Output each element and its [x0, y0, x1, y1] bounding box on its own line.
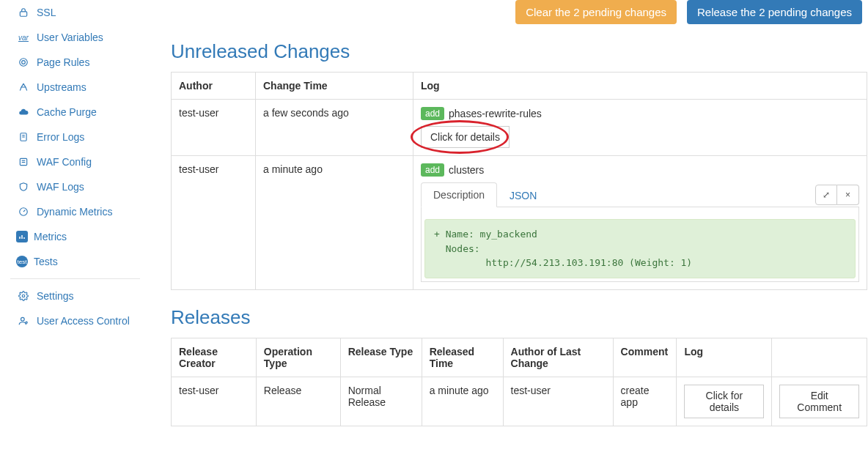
sidebar-item-waf-logs[interactable]: WAF Logs [0, 174, 150, 199]
cell-author: test-user [172, 100, 256, 156]
tab-content: + Name: my_backend Nodes: http://54.213.… [421, 207, 859, 282]
target-icon [16, 56, 31, 68]
cell-log: add clusters Description JSON ⤢ [413, 156, 867, 290]
sidebar-item-tests[interactable]: test Tests [0, 249, 150, 274]
cell-actions: Edit Comment [772, 377, 867, 426]
releases-table: Release Creator Operation Type Release T… [171, 338, 867, 426]
col-author: Author [172, 73, 256, 100]
document-icon [16, 131, 31, 143]
col-comment: Comment [613, 338, 677, 377]
expand-button[interactable]: ⤢ [815, 185, 837, 205]
col-last-author: Author of Last Change [503, 338, 613, 377]
unreleased-title: Unreleased Changes [171, 40, 868, 63]
diff-codeblock: + Name: my_backend Nodes: http://54.213.… [424, 219, 856, 278]
sidebar-item-upstreams[interactable]: Upstreams [0, 75, 150, 100]
col-change-time: Change Time [256, 73, 413, 100]
cell-reltime: a minute ago [422, 377, 503, 426]
svg-rect-0 [20, 12, 26, 16]
sidebar-item-page-rules[interactable]: Page Rules [0, 50, 150, 75]
sidebar-separator [10, 278, 140, 279]
expand-icon: ⤢ [823, 190, 830, 200]
sidebar-item-metrics[interactable]: Metrics [0, 224, 150, 249]
gauge-icon [16, 206, 31, 218]
sidebar-item-label: Settings [37, 290, 74, 302]
svg-point-14 [22, 294, 25, 297]
tab-json[interactable]: JSON [497, 183, 549, 207]
upstreams-icon [16, 81, 31, 93]
sidebar: SSL var User Variables Page Rules Upstre… [0, 0, 150, 452]
add-badge: add [421, 107, 444, 120]
cell-log: Click for details [677, 377, 772, 426]
sidebar-item-label: WAF Config [37, 156, 92, 168]
sidebar-item-label: Metrics [34, 231, 67, 242]
details-tabs: Description JSON ⤢ × [421, 182, 859, 207]
col-release-creator: Release Creator [172, 338, 257, 377]
gear-icon [16, 290, 31, 302]
sidebar-item-waf-config[interactable]: WAF Config [0, 149, 150, 174]
sidebar-item-user-variables[interactable]: var User Variables [0, 25, 150, 50]
svg-point-2 [22, 61, 26, 64]
sidebar-item-label: Upstreams [37, 81, 87, 93]
svg-point-16 [26, 322, 27, 323]
sidebar-item-label: User Variables [37, 32, 103, 43]
cell-time: a minute ago [256, 156, 413, 290]
tab-description[interactable]: Description [421, 182, 497, 207]
clear-pending-button[interactable]: Clear the 2 pending changes [515, 0, 677, 24]
close-button[interactable]: × [837, 185, 859, 205]
cell-time: a few seconds ago [256, 100, 413, 156]
topbar: Clear the 2 pending changes Release the … [171, 0, 868, 24]
col-operation-type: Operation Type [256, 338, 340, 377]
sidebar-item-dynamic-metrics[interactable]: Dynamic Metrics [0, 199, 150, 224]
cell-creator: test-user [172, 377, 257, 426]
sidebar-item-error-logs[interactable]: Error Logs [0, 125, 150, 149]
col-release-type: Release Type [340, 338, 422, 377]
cell-optype: Release [256, 377, 340, 426]
sidebar-item-label: Error Logs [37, 131, 84, 143]
table-row: test-user a minute ago add clusters Desc… [172, 156, 867, 290]
log-entry-title: clusters [449, 164, 484, 176]
cell-author: test-user [172, 156, 256, 290]
list-icon [16, 156, 31, 168]
sidebar-item-cache-purge[interactable]: Cache Purge [0, 100, 150, 125]
releases-title: Releases [171, 306, 868, 329]
table-row: test-user a few seconds ago add phases-r… [172, 100, 867, 156]
sidebar-item-label: Dynamic Metrics [37, 206, 112, 218]
cell-log: add phases-rewrite-rules Click for detai… [413, 100, 867, 156]
chart-icon [16, 231, 28, 242]
cell-reltype: Normal Release [340, 377, 422, 426]
shield-icon [16, 181, 31, 193]
sidebar-item-label: WAF Logs [37, 181, 84, 193]
svg-line-10 [23, 210, 25, 212]
col-releases-log: Log [677, 338, 772, 377]
sidebar-item-label: User Access Control [37, 315, 130, 327]
cloud-icon [16, 106, 31, 118]
sidebar-item-label: Page Rules [37, 56, 89, 68]
click-for-details-button[interactable]: Click for details [421, 126, 510, 148]
sidebar-item-ssl[interactable]: SSL [0, 0, 150, 25]
sidebar-item-label: SSL [37, 7, 56, 18]
log-entry-title: phases-rewrite-rules [449, 108, 542, 119]
lock-icon [16, 7, 31, 18]
click-for-details-button[interactable]: Click for details [684, 385, 764, 418]
col-released-time: Released Time [422, 338, 503, 377]
test-icon: test [16, 256, 28, 267]
sidebar-item-label: Tests [34, 256, 58, 267]
sidebar-item-settings[interactable]: Settings [0, 284, 150, 308]
release-pending-button[interactable]: Release the 2 pending changes [687, 0, 862, 24]
sidebar-item-user-access[interactable]: User Access Control [0, 308, 150, 333]
var-icon: var [16, 32, 31, 43]
table-row: test-user Release Normal Release a minut… [172, 377, 867, 426]
add-badge: add [421, 163, 444, 177]
col-log: Log [413, 73, 867, 100]
edit-comment-button[interactable]: Edit Comment [779, 385, 859, 418]
close-icon: × [845, 190, 850, 200]
svg-point-1 [20, 59, 28, 67]
unreleased-table: Author Change Time Log test-user a few s… [171, 72, 867, 290]
main-content: Clear the 2 pending changes Release the … [150, 0, 868, 452]
user-icon [16, 315, 31, 327]
cell-comment: create app [613, 377, 677, 426]
col-actions [772, 338, 867, 377]
svg-point-15 [21, 317, 25, 321]
cell-lastauthor: test-user [503, 377, 613, 426]
sidebar-item-label: Cache Purge [37, 106, 97, 118]
